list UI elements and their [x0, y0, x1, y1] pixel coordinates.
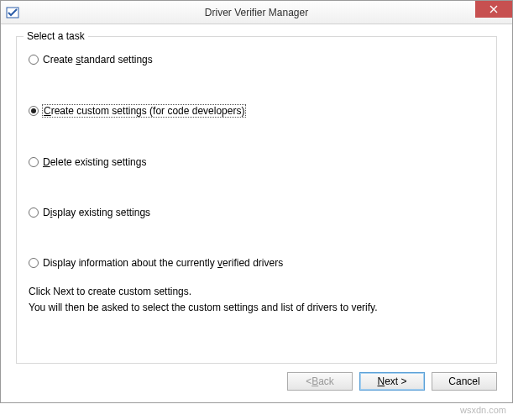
- help-line-1: Click Next to create custom settings.: [29, 284, 484, 300]
- radio-icon: [29, 157, 39, 167]
- radio-delete-existing[interactable]: Delete existing settings: [29, 156, 484, 168]
- radio-display-info[interactable]: Display information about the currently …: [29, 257, 484, 269]
- titlebar: Driver Verifier Manager: [1, 1, 512, 24]
- radio-create-standard[interactable]: Create standard settings: [29, 54, 484, 66]
- radio-display-existing[interactable]: Display existing settings: [29, 207, 484, 218]
- radio-label: Create standard settings: [42, 54, 154, 66]
- button-row: < Back Next > Cancel: [16, 364, 497, 394]
- window-title: Driver Verifier Manager: [1, 7, 512, 18]
- radio-label: Display information about the currently …: [42, 257, 284, 269]
- watermark: wsxdn.com: [460, 405, 506, 415]
- window-frame: Driver Verifier Manager Select a task Cr…: [0, 0, 513, 403]
- radio-create-custom[interactable]: Create custom settings (for code develop…: [29, 104, 484, 118]
- radio-label: Delete existing settings: [42, 156, 147, 168]
- app-icon: [6, 6, 19, 19]
- radio-icon: [29, 207, 39, 218]
- cancel-button[interactable]: Cancel: [432, 372, 497, 391]
- help-text: Click Next to create custom settings. Yo…: [29, 284, 484, 316]
- back-button[interactable]: < Back: [287, 372, 353, 391]
- radio-icon: [29, 258, 39, 268]
- task-groupbox: Select a task Create standard settings C…: [16, 36, 497, 364]
- next-button[interactable]: Next >: [359, 372, 425, 391]
- radio-icon: [29, 55, 39, 65]
- radio-label: Create custom settings (for code develop…: [42, 104, 246, 118]
- help-line-2: You will then be asked to select the cus…: [29, 300, 484, 316]
- radio-icon: [29, 106, 39, 116]
- close-button[interactable]: [475, 1, 512, 18]
- content-area: Select a task Create standard settings C…: [1, 24, 512, 402]
- radio-label: Display existing settings: [42, 207, 151, 218]
- group-label: Select a task: [24, 30, 88, 42]
